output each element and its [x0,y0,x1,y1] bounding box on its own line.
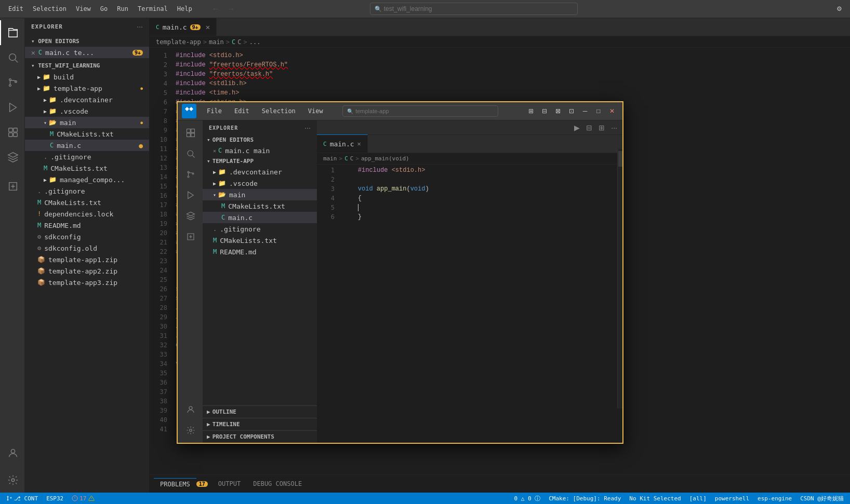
global-search-bar[interactable]: 🔍 [370,3,578,15]
menu-go[interactable]: Go [96,3,112,15]
overlay-breadcrumb-file[interactable]: C [350,155,354,162]
overlay-activity-account-icon[interactable] [180,399,201,420]
overlay-tab-main-c[interactable]: C main.c ✕ [317,134,368,153]
open-editors-title[interactable]: ▾ OPEN EDITORS [25,36,149,47]
status-sync[interactable]: 0 △ 0 ⓘ [512,493,542,504]
folder-main[interactable]: ▾ 📂 main [25,117,149,128]
overlay-activity-settings-icon[interactable] [180,420,201,441]
activity-esp-icon[interactable] [0,174,25,199]
overlay-file-main-c[interactable]: C main.c [203,212,317,223]
breadcrumb-file[interactable]: C [237,38,241,46]
folder-managed-components[interactable]: ▶ 📁 managed_compo... [25,174,149,185]
file-main-c[interactable]: C main.c ● [25,140,149,151]
activity-search-icon[interactable] [0,45,25,70]
overlay-menu-selection[interactable]: Selection [258,105,300,117]
status-csdn[interactable]: CSDN @好奇妮猫 [798,493,846,504]
open-editor-main-c[interactable]: ✕ C main.c te... 9+ [25,47,149,58]
overlay-code-editor[interactable]: 1 #include <stdio.h> 2 3 void app_main(v… [317,165,622,443]
status-problems-btn[interactable]: 17 [70,493,96,504]
overlay-layout-icon-2[interactable]: ⊟ [538,105,551,117]
overlay-tab-close-button[interactable]: ✕ [357,140,361,147]
overlay-outline-header[interactable]: ▶ OUTLINE [203,407,317,417]
overlay-layout-icon[interactable]: ⊞ [596,122,607,133]
overlay-layout-icon-1[interactable]: ⊞ [525,105,537,117]
overlay-maximize-button[interactable]: □ [592,105,605,117]
overlay-close-icon[interactable]: ✕ [213,148,216,154]
overlay-file-readme[interactable]: M README.md [203,246,317,257]
overlay-close-button[interactable]: ✕ [606,105,618,117]
overlay-breadcrumb-main[interactable]: main [323,155,337,162]
overlay-explorer-more-button[interactable]: ··· [304,124,311,132]
status-esp-engine[interactable]: esp-engine [755,493,794,504]
folder-vscode[interactable]: ▶ 📁 .vscode [25,105,149,117]
menu-help[interactable]: Help [173,3,196,15]
tab-close-button[interactable]: ✕ [206,23,210,31]
file-gitignore[interactable]: . .gitignore [25,185,149,197]
panel-tab-output[interactable]: OUTPUT [212,478,247,489]
sidebar-more-button[interactable]: ··· [137,22,143,31]
overlay-activity-esp-icon[interactable] [180,226,201,247]
nav-forward-button[interactable]: → [224,4,238,14]
file-sdkconfig[interactable]: ⚙ sdkconfig [25,231,149,242]
overlay-timeline-header[interactable]: ▶ TIMELINE [203,419,317,429]
activity-idf-icon[interactable] [0,145,25,170]
overlay-more-icon[interactable]: ··· [609,122,619,133]
menu-run[interactable]: Run [113,3,132,15]
close-icon[interactable]: ✕ [31,49,35,57]
file-template-app2-zip[interactable]: 📦 template-app2.zip [25,265,149,277]
file-cmakelists-outer[interactable]: M CMakeLists.txt [25,162,149,174]
status-no-kit[interactable]: No Kit Selected [627,493,683,504]
activity-debug-icon[interactable] [0,95,25,120]
file-sdkconfig-old[interactable]: ⚙ sdkconfig.old [25,242,149,254]
folder-template-app[interactable]: ▶ 📁 template-app [25,83,149,94]
breadcrumb-more[interactable]: ... [249,38,261,46]
overlay-menu-file[interactable]: File [203,105,226,117]
overlay-minimize-button[interactable]: ─ [579,105,591,117]
activity-settings-icon[interactable] [0,468,25,493]
breadcrumb-template-app[interactable]: template-app [156,38,201,46]
activity-account-icon[interactable] [0,441,25,466]
overlay-activity-git-icon[interactable] [180,164,201,185]
overlay-menu-view[interactable]: View [304,105,327,117]
global-search-input[interactable] [384,5,573,12]
tab-main-c[interactable]: C main.c 9+ ✕ [150,18,217,36]
activity-extensions-icon[interactable] [0,120,25,145]
overlay-run-icon[interactable]: ▶ [572,122,582,133]
file-gitignore-inner[interactable]: . .gitignore [25,151,149,162]
file-cmakelists-main[interactable]: M CMakeLists.txt [25,128,149,140]
overlay-layout-icon-4[interactable]: ⊡ [565,105,578,117]
breadcrumb-main[interactable]: main [209,38,224,46]
overlay-search-input[interactable] [355,108,494,114]
overlay-activity-search-icon[interactable] [180,143,201,164]
overlay-split-icon[interactable]: ⊟ [584,122,594,133]
file-dependencies-lock[interactable]: ! dependencies.lock [25,208,149,220]
overlay-project-components-header[interactable]: ▶ PROJECT COMPONENTS [203,432,317,442]
overlay-file-cmakelists-root[interactable]: M CMakeLists.txt [203,235,317,246]
overlay-folder-vscode[interactable]: ▶ 📁 .vscode [203,178,317,189]
nav-back-button[interactable]: ← [209,4,222,14]
folder-build[interactable]: ▶ 📁 build [25,71,149,83]
overlay-open-editors-header[interactable]: ▾ OPEN EDITORS [203,135,317,145]
overlay-file-gitignore[interactable]: . .gitignore [203,223,317,235]
window-settings-icon[interactable]: ⚙ [833,3,846,15]
activity-git-icon[interactable] [0,70,25,95]
folder-devcontainer[interactable]: ▶ 📁 .devcontainer [25,94,149,105]
menu-edit[interactable]: Edit [4,3,28,15]
status-idf[interactable]: ESP32 [44,493,65,504]
overlay-file-cmakelists[interactable]: M CMakeLists.txt [203,200,317,212]
overlay-folder-devcontainer[interactable]: ▶ 📁 .devcontainer [203,166,317,178]
panel-tab-debug[interactable]: DEBUG CONSOLE [247,478,308,489]
status-branch[interactable]: ⎇ CONT [4,493,40,504]
overlay-activity-run-icon[interactable] [180,185,201,206]
overlay-menu-edit[interactable]: Edit [230,105,254,117]
file-template-app3-zip[interactable]: 📦 template-app3.zip [25,277,149,288]
file-readme[interactable]: M README.md [25,220,149,231]
menu-selection[interactable]: Selection [29,3,71,15]
file-template-app1-zip[interactable]: 📦 template-app1.zip [25,254,149,265]
overlay-open-editor-main-c[interactable]: ✕ C main.c main [203,145,317,156]
menu-view[interactable]: View [72,3,95,15]
panel-tab-problems[interactable]: PROBLEMS [154,478,196,490]
file-cmakelists-root[interactable]: M CMakeLists.txt [25,197,149,208]
overlay-activity-ext-icon[interactable] [180,206,201,226]
project-title[interactable]: ▾ TEST_WIFI_LEARNING [25,60,149,71]
